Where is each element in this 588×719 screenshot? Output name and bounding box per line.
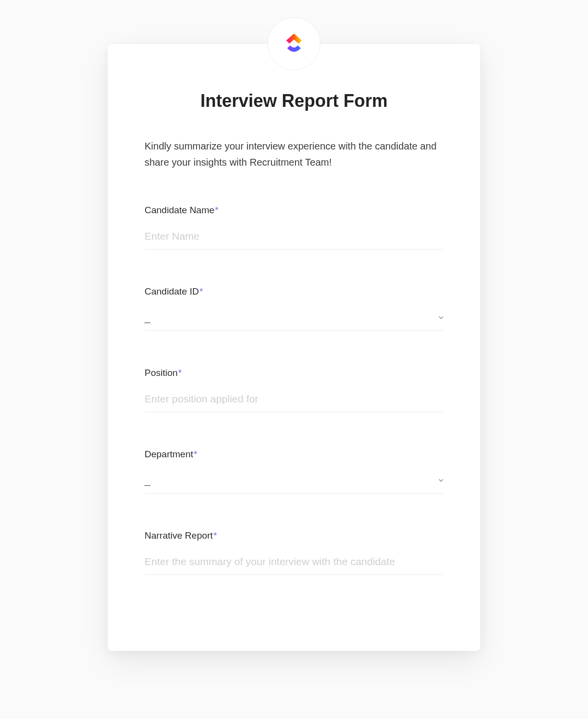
candidate-id-select[interactable]: _	[145, 308, 443, 331]
required-asterisk: *	[213, 530, 217, 541]
field-position: Position*	[145, 368, 443, 412]
position-input[interactable]	[145, 389, 443, 412]
required-asterisk: *	[194, 449, 197, 459]
narrative-report-input[interactable]	[145, 552, 443, 575]
narrative-report-label: Narrative Report*	[145, 530, 443, 541]
form-title: Interview Report Form	[145, 91, 443, 111]
candidate-name-label: Candidate Name*	[145, 205, 443, 216]
candidate-name-input[interactable]	[145, 226, 443, 249]
select-value: _	[145, 312, 150, 323]
chevron-down-icon	[439, 315, 443, 320]
department-label: Department*	[145, 449, 443, 460]
field-department: Department* _	[145, 449, 443, 494]
field-candidate-name: Candidate Name*	[145, 205, 443, 249]
chevron-down-icon	[439, 478, 443, 483]
field-narrative-report: Narrative Report*	[145, 530, 443, 575]
field-candidate-id: Candidate ID* _	[145, 286, 443, 331]
clickup-logo-icon	[280, 30, 308, 57]
label-text: Position	[145, 368, 178, 378]
required-asterisk: *	[178, 368, 182, 378]
label-text: Department	[145, 449, 193, 459]
form-description: Kindly summarize your interview experien…	[145, 138, 443, 171]
required-asterisk: *	[199, 286, 203, 297]
position-label: Position*	[145, 368, 443, 378]
select-value: _	[145, 474, 150, 486]
required-asterisk: *	[215, 205, 219, 215]
label-text: Narrative Report	[145, 530, 213, 541]
department-select[interactable]: _	[145, 471, 443, 494]
label-text: Candidate Name	[145, 205, 215, 215]
logo-circle	[268, 17, 320, 70]
page-container: Interview Report Form Kindly summarize y…	[0, 0, 588, 651]
candidate-id-label: Candidate ID*	[145, 286, 443, 297]
form-card: Interview Report Form Kindly summarize y…	[108, 44, 480, 651]
label-text: Candidate ID	[145, 286, 199, 297]
